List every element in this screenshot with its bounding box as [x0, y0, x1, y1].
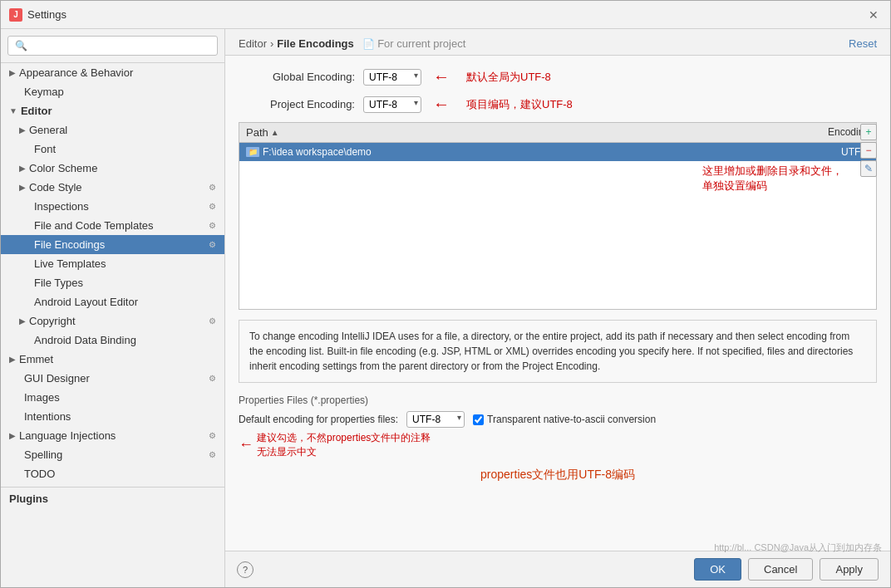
sidebar-item-intentions[interactable]: Intentions — [1, 407, 224, 426]
settings-window: J Settings ✕ ▶ Appearance & Behavior Key… — [0, 0, 891, 588]
sidebar-item-editor[interactable]: ▼ Editor — [1, 101, 224, 120]
sidebar-section-plugins: Plugins — [1, 487, 224, 507]
props-encoding-select-wrapper: UTF-8 — [406, 411, 465, 428]
sidebar-item-language-injections[interactable]: ▶ Language Injections ⚙ — [1, 426, 224, 445]
project-encoding-select-wrapper: UTF-8 — [363, 96, 421, 113]
path-table: Path ▲ Encoding 📁 F:\idea workspace\demo… — [239, 122, 877, 310]
global-encoding-annotation: 默认全局为UTF-8 — [466, 70, 551, 85]
sidebar-item-copyright[interactable]: ▶ Copyright ⚙ — [1, 311, 224, 331]
path-table-header: Path ▲ Encoding — [239, 123, 876, 143]
project-encoding-select[interactable]: UTF-8 — [363, 96, 421, 113]
transparent-checkbox[interactable] — [473, 414, 484, 425]
sidebar-item-file-encodings[interactable]: File Encodings ⚙ — [1, 235, 224, 254]
cancel-button[interactable]: Cancel — [748, 558, 813, 581]
settings-badge: ⚙ — [209, 431, 216, 440]
sidebar-label: TODO — [24, 468, 55, 480]
sidebar-item-android-data-binding[interactable]: Android Data Binding — [1, 331, 224, 350]
main-panel: Editor › File Encodings 📄 For current pr… — [225, 29, 890, 587]
settings-badge: ⚙ — [209, 374, 216, 383]
global-encoding-select-wrapper: UTF-8 — [363, 69, 421, 86]
properties-title: Properties Files (*.properties) — [239, 394, 877, 406]
arrow-left-icon2: ← — [433, 95, 450, 114]
sidebar-label: File and Code Templates — [34, 219, 154, 232]
sidebar-item-file-code-templates[interactable]: File and Code Templates ⚙ — [1, 216, 224, 235]
expand-arrow: ▶ — [19, 125, 26, 135]
sidebar-item-emmet[interactable]: ▶ Emmet — [1, 350, 224, 369]
breadcrumb-parent: Editor — [239, 37, 267, 50]
app-icon: J — [9, 8, 22, 22]
sidebar-label: General — [29, 124, 67, 136]
sidebar-label: File Encodings — [34, 238, 105, 251]
watermark: http://bl... CSDN@Java从入门到加内存条 — [714, 541, 882, 554]
ok-button[interactable]: OK — [694, 558, 741, 581]
expand-arrow: ▶ — [19, 183, 26, 192]
sidebar-label: Android Layout Editor — [34, 296, 138, 308]
project-encoding-annotation: 项目编码，建议UTF-8 — [466, 97, 573, 112]
sidebar-label: Editor — [21, 105, 52, 117]
window-title: Settings — [27, 8, 66, 21]
encoding-value: UTF-8 — [761, 146, 869, 158]
main-content: ▶ Appearance & Behavior Keymap ▼ Editor … — [1, 29, 890, 587]
sidebar-label: Live Templates — [34, 257, 106, 270]
settings-badge: ⚙ — [209, 450, 216, 459]
settings-badge: ⚙ — [209, 316, 216, 326]
path-value: F:\idea workspace\demo — [263, 146, 761, 158]
properties-section: Properties Files (*.properties) Default … — [239, 394, 877, 459]
remove-path-button[interactable]: − — [860, 142, 877, 159]
apply-button[interactable]: Apply — [820, 558, 879, 581]
path-table-container: Path ▲ Encoding 📁 F:\idea workspace\demo… — [239, 122, 877, 310]
close-button[interactable]: ✕ — [865, 7, 882, 23]
props-label: Default encoding for properties files: — [239, 414, 398, 425]
props-encoding-select[interactable]: UTF-8 — [406, 411, 465, 428]
breadcrumb: Editor › File Encodings — [239, 37, 354, 50]
expand-arrow: ▶ — [9, 355, 16, 364]
props-checkbox-wrapper: Transparent native-to-ascii conversion — [473, 414, 656, 425]
sidebar-item-keymap[interactable]: Keymap — [1, 82, 224, 101]
settings-badge: ⚙ — [209, 202, 216, 211]
sidebar-label: Intentions — [24, 410, 71, 423]
bottom-annotation: properties文件也用UTF-8编码 — [239, 468, 877, 483]
sidebar-label: Color Scheme — [29, 162, 97, 174]
sidebar-item-inspections[interactable]: Inspections ⚙ — [1, 197, 224, 216]
help-button[interactable]: ? — [237, 561, 254, 578]
add-path-button[interactable]: + — [860, 124, 877, 140]
expand-arrow: ▼ — [9, 106, 17, 115]
breadcrumb-current: File Encodings — [277, 37, 353, 50]
search-input[interactable] — [7, 36, 218, 56]
sidebar-item-appearance-behavior[interactable]: ▶ Appearance & Behavior — [1, 63, 224, 82]
sidebar-item-spelling[interactable]: Spelling ⚙ — [1, 445, 224, 464]
sidebar-item-gui-designer[interactable]: GUI Designer ⚙ — [1, 369, 224, 388]
bottom-bar: ? OK Cancel Apply — [225, 551, 890, 587]
edit-path-button[interactable]: ✎ — [860, 160, 877, 177]
expand-arrow: ▶ — [19, 316, 26, 326]
sidebar-label: Font — [34, 143, 56, 155]
props-annotation: 建议勾选，不然properties文件中的注释无法显示中文 — [257, 431, 440, 459]
sidebar-item-color-scheme[interactable]: ▶ Color Scheme — [1, 159, 224, 178]
sidebar-item-general[interactable]: ▶ General — [1, 120, 224, 140]
sidebar-label: Android Data Binding — [34, 334, 136, 346]
sidebar-label: Keymap — [24, 86, 64, 98]
settings-badge: ⚙ — [209, 221, 216, 230]
sidebar-item-images[interactable]: Images — [1, 388, 224, 407]
sidebar-item-font[interactable]: Font — [1, 140, 224, 159]
sidebar-item-file-types[interactable]: File Types — [1, 273, 224, 292]
project-encoding-label: Project Encoding: — [239, 98, 355, 110]
reset-button[interactable]: Reset — [849, 37, 877, 50]
info-text: To change encoding IntelliJ IDEA uses fo… — [239, 320, 877, 383]
sidebar-label: Copyright — [29, 315, 76, 327]
sidebar-item-code-style[interactable]: ▶ Code Style ⚙ — [1, 178, 224, 197]
settings-badge: ⚙ — [209, 183, 216, 192]
sidebar-label: Appearance & Behavior — [19, 66, 133, 79]
sort-arrow-icon: ▲ — [271, 128, 279, 137]
table-row[interactable]: 📁 F:\idea workspace\demo UTF-8 — [239, 143, 876, 161]
global-encoding-row: Global Encoding: UTF-8 ← 默认全局为UTF-8 — [239, 67, 877, 86]
sidebar-item-live-templates[interactable]: Live Templates — [1, 254, 224, 273]
table-actions: + − ✎ — [859, 122, 879, 179]
breadcrumb-separator: › — [270, 37, 273, 50]
sidebar-item-todo[interactable]: TODO — [1, 464, 224, 483]
arrow-left-icon3: ← — [239, 436, 254, 453]
sidebar-label: Language Injections — [19, 429, 116, 442]
global-encoding-select[interactable]: UTF-8 — [363, 69, 421, 86]
sidebar-label: File Types — [34, 277, 83, 289]
sidebar-item-android-layout-editor[interactable]: Android Layout Editor — [1, 292, 224, 311]
